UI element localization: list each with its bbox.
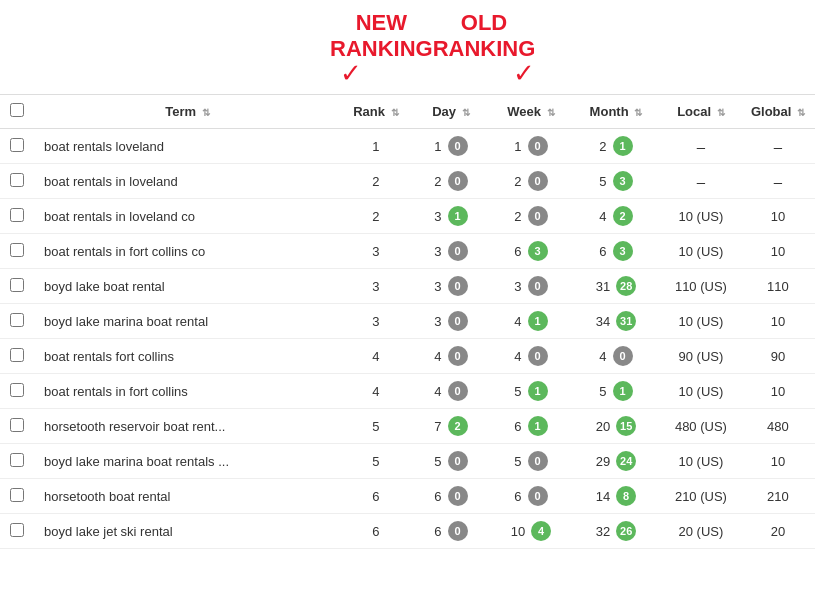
row-checkbox-cell[interactable] <box>0 304 34 339</box>
row-checkbox-cell[interactable] <box>0 479 34 514</box>
local-value: 110 (US) <box>675 279 727 294</box>
row-checkbox-cell[interactable] <box>0 409 34 444</box>
row-checkbox-cell[interactable] <box>0 199 34 234</box>
term-text: boat rentals loveland <box>44 139 164 154</box>
change-badge: 0 <box>448 241 468 261</box>
table-row: boat rentals in loveland 2 2 0 2 0 5 3 –… <box>0 164 815 199</box>
local-dash: – <box>697 173 705 190</box>
col-header-term[interactable]: Term ⇅ <box>34 95 341 129</box>
row-checkbox[interactable] <box>10 348 24 362</box>
change-badge: 0 <box>528 206 548 226</box>
row-checkbox[interactable] <box>10 138 24 152</box>
row-checkbox-cell[interactable] <box>0 374 34 409</box>
row-checkbox[interactable] <box>10 313 24 327</box>
row-checkbox-cell[interactable] <box>0 444 34 479</box>
global-value: 10 <box>771 454 785 469</box>
global-value: 10 <box>771 244 785 259</box>
week-value-group: 10 4 <box>511 521 551 541</box>
row-checkbox[interactable] <box>10 488 24 502</box>
rank-value: 2 <box>372 209 379 224</box>
rank-value: 3 <box>372 244 379 259</box>
day-cell: 7 2 <box>411 409 491 444</box>
row-checkbox-cell[interactable] <box>0 164 34 199</box>
week-value-group: 6 0 <box>514 486 547 506</box>
month-value: 6 <box>599 244 606 259</box>
rank-cell: 1 <box>341 129 411 164</box>
row-checkbox[interactable] <box>10 243 24 257</box>
month-cell: 2 1 <box>571 129 661 164</box>
week-sort-icon[interactable]: ⇅ <box>547 107 555 118</box>
global-value: 90 <box>771 349 785 364</box>
month-cell: 34 31 <box>571 304 661 339</box>
row-checkbox[interactable] <box>10 383 24 397</box>
row-checkbox[interactable] <box>10 278 24 292</box>
local-value: 210 (US) <box>675 489 727 504</box>
week-value-group: 5 0 <box>514 451 547 471</box>
month-cell: 20 15 <box>571 409 661 444</box>
week-cell: 2 0 <box>491 199 571 234</box>
local-sort-icon[interactable]: ⇅ <box>717 107 725 118</box>
rank-sort-icon[interactable]: ⇅ <box>391 107 399 118</box>
change-badge: 0 <box>448 486 468 506</box>
local-value: 10 (US) <box>679 384 724 399</box>
week-cell: 1 0 <box>491 129 571 164</box>
month-value: 14 <box>596 489 610 504</box>
row-checkbox-cell[interactable] <box>0 339 34 374</box>
week-value-group: 2 0 <box>514 171 547 191</box>
row-checkbox[interactable] <box>10 523 24 537</box>
new-ranking-label: NEW RANKING ✓ <box>270 10 433 89</box>
rankings-table: Term ⇅ Rank ⇅ Day ⇅ Week ⇅ Month ⇅ Local… <box>0 94 815 549</box>
global-sort-icon[interactable]: ⇅ <box>797 107 805 118</box>
col-header-local[interactable]: Local ⇅ <box>661 95 741 129</box>
month-value-group: 5 1 <box>599 381 632 401</box>
col-header-day[interactable]: Day ⇅ <box>411 95 491 129</box>
week-cell: 6 1 <box>491 409 571 444</box>
rank-cell: 3 <box>341 234 411 269</box>
month-value: 29 <box>596 454 610 469</box>
select-all-checkbox[interactable] <box>10 103 24 117</box>
rank-value: 3 <box>372 314 379 329</box>
month-value-group: 32 26 <box>596 521 636 541</box>
row-checkbox-cell[interactable] <box>0 269 34 304</box>
row-checkbox[interactable] <box>10 453 24 467</box>
row-checkbox[interactable] <box>10 208 24 222</box>
day-sort-icon[interactable]: ⇅ <box>462 107 470 118</box>
week-value-group: 3 0 <box>514 276 547 296</box>
change-badge: 0 <box>448 171 468 191</box>
week-value: 6 <box>514 419 521 434</box>
row-checkbox-cell[interactable] <box>0 234 34 269</box>
table-row: boat rentals loveland 1 1 0 1 0 2 1 – – <box>0 129 815 164</box>
row-checkbox[interactable] <box>10 173 24 187</box>
month-value: 2 <box>599 139 606 154</box>
week-value: 2 <box>514 174 521 189</box>
month-value: 4 <box>599 349 606 364</box>
col-header-week[interactable]: Week ⇅ <box>491 95 571 129</box>
term-text: boat rentals in fort collins <box>44 384 188 399</box>
week-value: 3 <box>514 279 521 294</box>
local-value: 10 (US) <box>679 209 724 224</box>
row-checkbox-cell[interactable] <box>0 514 34 549</box>
term-cell: boat rentals in fort collins <box>34 374 341 409</box>
change-badge: 4 <box>531 521 551 541</box>
term-sort-icon[interactable]: ⇅ <box>202 107 210 118</box>
global-value: 10 <box>771 384 785 399</box>
change-badge: 0 <box>528 486 548 506</box>
col-header-rank[interactable]: Rank ⇅ <box>341 95 411 129</box>
rank-value: 6 <box>372 489 379 504</box>
month-sort-icon[interactable]: ⇅ <box>634 107 642 118</box>
day-cell: 3 0 <box>411 304 491 339</box>
col-header-month[interactable]: Month ⇅ <box>571 95 661 129</box>
row-checkbox[interactable] <box>10 418 24 432</box>
table-body: boat rentals loveland 1 1 0 1 0 2 1 – – <box>0 129 815 549</box>
row-checkbox-cell[interactable] <box>0 129 34 164</box>
change-badge: 0 <box>448 311 468 331</box>
month-value-group: 31 28 <box>596 276 636 296</box>
week-cell: 5 1 <box>491 374 571 409</box>
change-badge: 26 <box>616 521 636 541</box>
day-value: 3 <box>434 314 441 329</box>
table-row: boat rentals fort collins 4 4 0 4 0 4 0 … <box>0 339 815 374</box>
rank-cell: 6 <box>341 514 411 549</box>
col-header-global[interactable]: Global ⇅ <box>741 95 815 129</box>
month-cell: 6 3 <box>571 234 661 269</box>
global-cell: 10 <box>741 199 815 234</box>
